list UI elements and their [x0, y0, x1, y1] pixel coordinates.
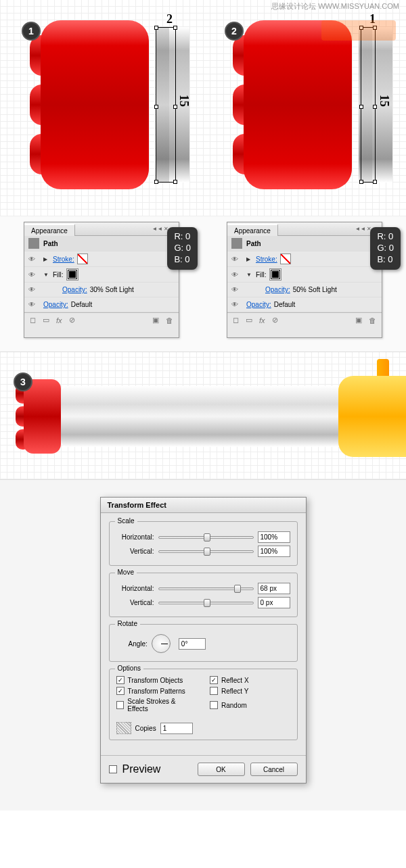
stroke-link[interactable]: Stroke:: [256, 256, 277, 263]
move-v-input[interactable]: [258, 597, 290, 608]
path-swatch[interactable]: [231, 238, 242, 249]
shadow-band-2: [359, 27, 372, 183]
fill-swatch[interactable]: [67, 269, 78, 280]
appearance-panel-2: Appearance ◄◄ ✕ ▾≡ Path 👁▶Stroke: 👁▼Fill…: [227, 222, 382, 338]
step-badge-3: 3: [14, 372, 32, 391]
scale-v-label: Vertical:: [116, 548, 154, 555]
opacity-link[interactable]: Opacity:: [265, 286, 290, 293]
scale-fieldset: Scale Horizontal: Vertical:: [109, 521, 298, 566]
trash-icon[interactable]: 🗑: [166, 316, 173, 324]
dim-width-1: 2: [166, 12, 173, 26]
scale-h-slider[interactable]: [158, 536, 254, 539]
opacity-value-2: 50% Soft Light: [293, 286, 337, 293]
chk-scale-strokes[interactable]: [116, 701, 125, 709]
lbl-reflect-x: Reflect X: [221, 677, 249, 684]
opacity-link[interactable]: Opacity:: [43, 301, 68, 308]
visibility-toggle[interactable]: 👁: [28, 301, 39, 308]
expand-icon[interactable]: ▶: [246, 256, 253, 262]
copies-label: Copies: [135, 725, 156, 732]
angle-label: Angle:: [129, 640, 148, 648]
fill-swatch[interactable]: [270, 269, 281, 280]
layer-icon[interactable]: ▭: [246, 316, 252, 324]
yellow-cap: [338, 376, 406, 457]
lbl-random: Random: [221, 702, 247, 709]
dim-height-2: 15: [377, 95, 391, 107]
scale-legend: Scale: [115, 517, 137, 525]
layer-icon[interactable]: ▭: [43, 316, 49, 324]
move-v-slider[interactable]: [158, 602, 254, 604]
stroke-swatch[interactable]: [280, 254, 291, 264]
visibility-toggle[interactable]: 👁: [231, 301, 242, 308]
lbl-transform-objects: Transform Objects: [128, 677, 183, 684]
collapse-icon[interactable]: ▼: [246, 272, 253, 278]
copies-icon: [116, 722, 131, 734]
chk-transform-patterns[interactable]: ✓: [116, 687, 125, 695]
watermark-logo: [321, 20, 396, 41]
step-badge-2: 2: [225, 22, 244, 41]
move-h-label: Horizontal:: [116, 585, 154, 592]
appearance-panel-1: Appearance ◄◄ ✕ ▾≡ Path 👁▶Stroke: 👁▼Fill…: [24, 222, 179, 338]
chk-reflect-x[interactable]: ✓: [210, 676, 218, 684]
rgb-tooltip-1: R: 0G: 0B: 0: [167, 227, 198, 270]
panel-collapse-icon[interactable]: ◄◄: [152, 226, 162, 232]
no-selection-icon[interactable]: ◻: [233, 316, 239, 324]
trash-icon[interactable]: 🗑: [369, 316, 376, 324]
chk-transform-objects[interactable]: ✓: [116, 676, 125, 684]
stroke-swatch[interactable]: [77, 254, 88, 264]
ok-button[interactable]: OK: [198, 763, 245, 776]
clear-icon[interactable]: ⊘: [69, 316, 75, 324]
rgb-tooltip-2: R: 0G: 0B: 0: [370, 227, 401, 270]
tab-appearance[interactable]: Appearance: [227, 224, 278, 236]
fx-button[interactable]: fx: [56, 316, 62, 324]
cancel-button[interactable]: Cancel: [250, 763, 298, 776]
panel-collapse-icon[interactable]: ◄◄: [355, 226, 365, 232]
shadow-band-1: [156, 27, 169, 183]
opacity-link[interactable]: Opacity:: [62, 286, 87, 293]
collapse-icon[interactable]: ▼: [43, 272, 50, 278]
visibility-toggle[interactable]: 👁: [28, 256, 39, 263]
angle-dial[interactable]: [152, 634, 171, 653]
fill-label: Fill:: [256, 271, 267, 279]
rotate-fieldset: Rotate Angle:: [109, 624, 298, 662]
chk-reflect-y[interactable]: [210, 687, 218, 695]
new-icon[interactable]: ▣: [355, 316, 362, 324]
opacity-default: Default: [71, 301, 93, 308]
rotate-legend: Rotate: [115, 620, 140, 627]
yellow-antenna: [377, 359, 389, 378]
tab-appearance[interactable]: Appearance: [24, 224, 75, 236]
stroke-link[interactable]: Stroke:: [53, 256, 74, 263]
red-cap-1: [20, 20, 156, 189]
scale-h-input[interactable]: [258, 531, 290, 543]
visibility-toggle[interactable]: 👁: [28, 271, 39, 279]
dialog-title: Transform Effect: [101, 498, 306, 513]
move-h-input[interactable]: [258, 583, 290, 594]
opacity-link[interactable]: Opacity:: [246, 301, 271, 308]
angle-input[interactable]: [179, 638, 206, 650]
scale-v-slider[interactable]: [158, 550, 254, 553]
visibility-toggle[interactable]: 👁: [231, 271, 242, 279]
lbl-transform-patterns: Transform Patterns: [128, 688, 185, 695]
no-selection-icon[interactable]: ◻: [30, 316, 36, 324]
path-swatch[interactable]: [28, 238, 39, 249]
clear-icon[interactable]: ⊘: [272, 316, 278, 324]
dim-height-1: 15: [177, 95, 191, 107]
step-badge-1: 1: [22, 22, 41, 41]
move-legend: Move: [115, 569, 137, 576]
scale-v-input[interactable]: [258, 546, 290, 557]
visibility-toggle[interactable]: 👁: [231, 256, 242, 263]
chk-random[interactable]: [210, 701, 218, 709]
fx-button[interactable]: fx: [259, 316, 265, 324]
chk-preview[interactable]: [109, 765, 117, 773]
move-h-slider[interactable]: [158, 587, 254, 590]
visibility-toggle[interactable]: 👁: [28, 286, 39, 293]
red-cap-2: [223, 20, 359, 189]
move-fieldset: Move Horizontal: Vertical:: [109, 573, 298, 617]
path-label: Path: [246, 240, 261, 247]
scale-h-label: Horizontal:: [116, 533, 154, 541]
new-icon[interactable]: ▣: [152, 316, 159, 324]
expand-icon[interactable]: ▶: [43, 256, 50, 262]
visibility-toggle[interactable]: 👁: [231, 286, 242, 293]
move-v-label: Vertical:: [116, 599, 154, 606]
lbl-scale-strokes: Scale Strokes & Effects: [127, 698, 196, 713]
copies-input[interactable]: [160, 723, 193, 734]
